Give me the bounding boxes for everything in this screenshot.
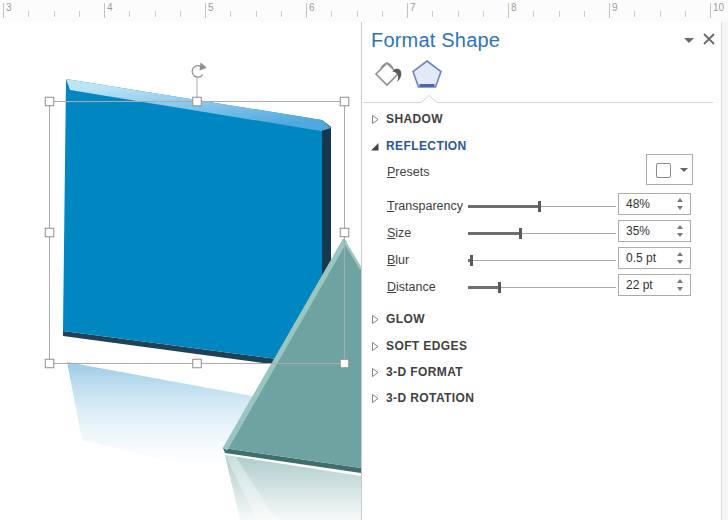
distance-label: Distance xyxy=(387,280,436,294)
size-slider[interactable] xyxy=(468,227,616,241)
presets-dropdown-button[interactable] xyxy=(646,154,693,185)
distance-slider[interactable] xyxy=(468,281,616,295)
blur-label: Blur xyxy=(387,253,409,267)
slider-thumb[interactable] xyxy=(470,255,473,266)
selection-handle-bottom-mid[interactable] xyxy=(193,359,202,368)
collapsed-triangle-icon xyxy=(370,114,380,125)
transparency-label: Transparency xyxy=(387,199,463,213)
spin-up-icon[interactable] xyxy=(677,198,683,202)
spin-down-icon[interactable] xyxy=(677,260,683,264)
presets-row: Presets xyxy=(362,162,722,184)
slide-canvas[interactable] xyxy=(0,22,361,520)
pentagon-effects-icon xyxy=(413,61,441,87)
rotation-handle[interactable] xyxy=(192,63,207,78)
selection-handle-mid-right[interactable] xyxy=(340,228,349,237)
application-window: 345678910 xyxy=(0,0,728,520)
collapsed-triangle-icon xyxy=(370,393,380,404)
tabs-divider xyxy=(363,95,714,104)
slider-thumb[interactable] xyxy=(498,282,501,293)
paint-bucket-icon xyxy=(376,63,401,85)
slider-thumb[interactable] xyxy=(519,228,522,239)
selection-handle-top-left[interactable] xyxy=(45,97,54,106)
size-spinbox[interactable]: 35% xyxy=(618,220,691,242)
transparency-slider[interactable] xyxy=(468,200,616,214)
transparency-spinbox[interactable]: 48% xyxy=(618,193,691,215)
caret-down-icon xyxy=(680,168,688,172)
distance-row: Distance 22 pt xyxy=(362,277,722,299)
spin-down-icon[interactable] xyxy=(677,287,683,291)
selection-handle-mid-left[interactable] xyxy=(45,228,54,237)
collapsed-triangle-icon xyxy=(370,341,380,352)
selection-handle-bottom-left[interactable] xyxy=(45,359,54,368)
selection-handle-top-right[interactable] xyxy=(340,97,349,106)
pane-close-icon[interactable] xyxy=(702,32,716,46)
selection-handle-bottom-right[interactable] xyxy=(340,359,349,368)
tab-effects[interactable] xyxy=(410,58,444,92)
blue-shape[interactable] xyxy=(63,79,331,371)
expanded-triangle-icon xyxy=(370,141,380,152)
spin-up-icon[interactable] xyxy=(677,225,683,229)
presets-label: Presets xyxy=(387,165,429,179)
spin-up-icon[interactable] xyxy=(677,252,683,256)
spin-down-icon[interactable] xyxy=(677,233,683,237)
pane-options-caret-down-icon[interactable] xyxy=(684,38,694,43)
format-shape-pane: Format Shape SHADOW xyxy=(361,22,721,520)
selection-handle-top-mid[interactable] xyxy=(193,97,202,106)
spin-down-icon[interactable] xyxy=(677,206,683,210)
canvas-graphics xyxy=(0,22,361,520)
size-row: Size 35% xyxy=(362,223,722,245)
pane-scrollbar-gutter[interactable] xyxy=(721,22,728,520)
collapsed-triangle-icon xyxy=(370,314,380,325)
blur-slider[interactable] xyxy=(468,254,616,268)
reflection-preset-icon xyxy=(656,163,671,178)
slider-thumb[interactable] xyxy=(538,201,541,212)
blur-row: Blur 0.5 pt xyxy=(362,250,722,272)
pane-title: Format Shape xyxy=(371,29,500,52)
tab-fill-line[interactable] xyxy=(371,58,405,92)
size-label: Size xyxy=(387,226,411,240)
distance-spinbox[interactable]: 22 pt xyxy=(618,274,691,296)
transparency-row: Transparency 48% xyxy=(362,196,722,218)
collapsed-triangle-icon xyxy=(370,367,380,378)
ruler: 345678910 xyxy=(0,0,728,23)
spin-up-icon[interactable] xyxy=(677,279,683,283)
blur-spinbox[interactable]: 0.5 pt xyxy=(618,247,691,269)
